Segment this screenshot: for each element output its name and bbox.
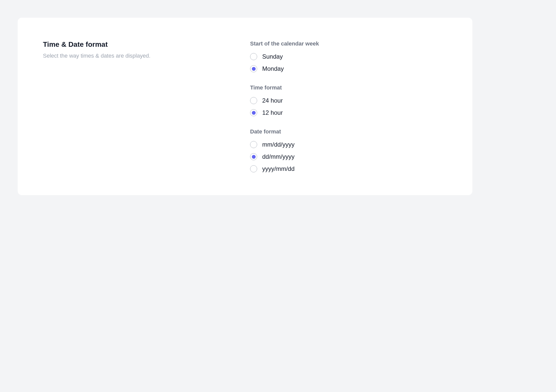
radio-label: dd/mm/yyyy [262,153,295,160]
date-format-mmddyyyy[interactable]: mm/dd/yyyy [250,141,447,148]
section-title: Time & Date format [43,40,240,49]
week-start-label: Start of the calendar week [250,40,447,47]
radio-label: yyyy/mm/dd [262,165,295,172]
radio-icon [250,97,257,104]
week-start-group: Start of the calendar week Sunday Monday [250,40,447,72]
section-header: Time & Date format Select the way times … [43,40,240,172]
radio-icon [250,109,257,116]
radio-label: 24 hour [262,97,283,104]
settings-options: Start of the calendar week Sunday Monday… [250,40,447,172]
date-format-group: Date format mm/dd/yyyy dd/mm/yyyy [250,128,447,172]
radio-label: Monday [262,65,284,72]
settings-card: Time & Date format Select the way times … [18,18,472,195]
radio-icon [250,153,257,160]
radio-icon [250,165,257,172]
section-description: Select the way times & dates are display… [43,52,240,60]
radio-icon [250,65,257,72]
radio-label: mm/dd/yyyy [262,141,295,148]
settings-content: Time & Date format Select the way times … [43,40,447,172]
week-start-monday[interactable]: Monday [250,65,447,72]
time-format-24hour[interactable]: 24 hour [250,97,447,104]
week-start-sunday[interactable]: Sunday [250,53,447,60]
radio-icon [250,53,257,60]
radio-icon [250,141,257,148]
time-format-group: Time format 24 hour 12 hour [250,84,447,116]
date-format-label: Date format [250,128,447,135]
date-format-yyyymmdd[interactable]: yyyy/mm/dd [250,165,447,172]
radio-label: 12 hour [262,109,283,116]
time-format-12hour[interactable]: 12 hour [250,109,447,116]
time-format-label: Time format [250,84,447,91]
radio-label: Sunday [262,53,283,60]
date-format-ddmmyyyy[interactable]: dd/mm/yyyy [250,153,447,160]
